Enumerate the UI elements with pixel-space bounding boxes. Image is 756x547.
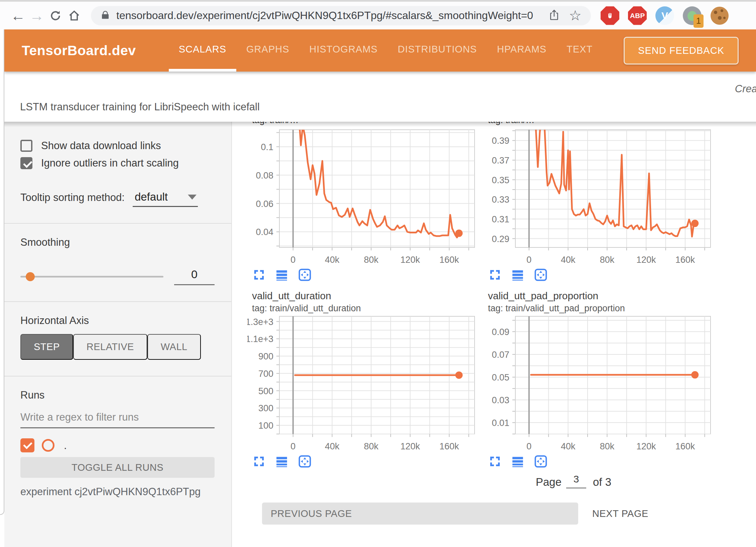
log-scale-icon[interactable] xyxy=(275,455,289,468)
show-download-links-row[interactable]: Show data download links xyxy=(20,140,215,152)
experiment-title: LSTM transducer training for LibriSpeech… xyxy=(20,101,260,113)
svg-text:900: 900 xyxy=(258,351,273,361)
svg-text:120k: 120k xyxy=(400,441,420,451)
horizontal-axis-label: Horizontal Axis xyxy=(20,315,215,327)
show-download-links-label: Show data download links xyxy=(41,140,161,152)
svg-text:0.39: 0.39 xyxy=(492,136,509,146)
bookmark-star-icon[interactable]: ☆ xyxy=(569,9,582,23)
page-number-input[interactable] xyxy=(566,473,586,488)
svg-text:80k: 80k xyxy=(600,255,615,265)
ignore-outliers-label: Ignore outliers in chart scaling xyxy=(41,157,179,169)
svg-text:160k: 160k xyxy=(439,255,459,265)
tooltip-sorting-dropdown[interactable]: default xyxy=(133,190,198,207)
svg-text:40k: 40k xyxy=(325,441,340,451)
page-label: Page xyxy=(536,476,561,488)
svg-text:0.01: 0.01 xyxy=(492,418,509,428)
log-scale-icon[interactable] xyxy=(275,268,289,282)
chart-toolbar xyxy=(253,455,479,468)
smoothing-slider-thumb[interactable] xyxy=(26,272,35,281)
home-icon[interactable] xyxy=(65,6,84,25)
scalar-line-chart[interactable]: 0.010.030.050.070.09040k80k120k160k xyxy=(483,314,715,454)
tab-histograms[interactable]: HISTOGRAMS xyxy=(299,29,388,72)
send-feedback-button[interactable]: SEND FEEDBACK xyxy=(624,37,739,65)
runs-filter[interactable] xyxy=(20,411,215,428)
v-extension-icon[interactable]: V xyxy=(654,5,675,26)
tab-graphs[interactable]: GRAPHS xyxy=(236,29,299,72)
back-icon[interactable]: ← xyxy=(9,6,27,25)
ignore-outliers-row[interactable]: Ignore outliers in chart scaling xyxy=(20,157,215,169)
scalar-chart-card: tag: train/…0.040.060.080.1040k80k120k16… xyxy=(247,122,479,282)
svg-text:1.3e+3: 1.3e+3 xyxy=(247,317,273,327)
chart-tag: tag: train/valid_utt_duration xyxy=(252,303,479,314)
forward-icon[interactable]: → xyxy=(27,6,46,25)
fit-domain-icon[interactable] xyxy=(534,455,547,468)
svg-text:0: 0 xyxy=(290,441,295,451)
share-icon[interactable] xyxy=(548,8,560,23)
expand-chart-icon[interactable] xyxy=(253,455,266,468)
expand-chart-icon[interactable] xyxy=(253,268,266,282)
svg-text:0.04: 0.04 xyxy=(256,227,273,237)
svg-text:300: 300 xyxy=(258,403,273,413)
tooltip-sorting-value: default xyxy=(135,191,168,203)
axis-option-wall[interactable]: WALL xyxy=(147,334,201,360)
runs-filter-input[interactable] xyxy=(20,411,215,423)
run-color-swatch xyxy=(42,439,54,452)
chart-toolbar xyxy=(253,268,479,282)
nav-tabs: SCALARSGRAPHSHISTOGRAMSDISTRIBUTIONSHPAR… xyxy=(169,29,603,72)
horizontal-axis-buttons: STEPRELATIVEWALL xyxy=(20,334,215,360)
smoothing-slider[interactable] xyxy=(20,276,163,278)
tab-distributions[interactable]: DISTRIBUTIONS xyxy=(388,29,487,72)
tab-hparams[interactable]: HPARAMS xyxy=(487,29,556,72)
tab-text[interactable]: TEXT xyxy=(556,29,603,72)
scalar-line-chart[interactable]: 0.040.060.080.1040k80k120k160k xyxy=(247,128,479,267)
log-scale-icon[interactable] xyxy=(511,455,525,468)
expand-chart-icon[interactable] xyxy=(489,455,502,468)
scalar-line-chart[interactable]: 1003005007009001.1e+31.3e+3040k80k120k16… xyxy=(247,314,479,454)
run-checkbox[interactable] xyxy=(20,438,34,452)
experiment-id-label: experiment cj2vtPiwQHKN9Q1tx6PTpg xyxy=(20,486,215,498)
previous-page-button[interactable]: PREVIOUS PAGE xyxy=(262,503,578,525)
chart-title: valid_utt_pad_proportion xyxy=(488,290,715,302)
chart-tag-clipped: tag: train/… xyxy=(252,122,479,128)
svg-text:0.06: 0.06 xyxy=(256,199,273,209)
address-bar[interactable]: tensorboard.dev/experiment/cj2vtPiwQHKN9… xyxy=(91,6,591,25)
axis-option-relative[interactable]: RELATIVE xyxy=(73,334,147,360)
run-list-item[interactable]: . xyxy=(20,438,215,452)
svg-text:160k: 160k xyxy=(675,255,695,265)
log-scale-icon[interactable] xyxy=(511,268,525,282)
chart-title: valid_utt_duration xyxy=(252,290,479,302)
scalar-line-chart[interactable]: 0.290.310.330.350.370.39040k80k120k160k xyxy=(483,128,715,267)
tooltip-sorting-label: Tooltip sorting method: xyxy=(20,192,125,207)
next-page-button[interactable]: NEXT PAGE xyxy=(592,508,648,519)
smoothing-value-input[interactable]: 0 xyxy=(174,268,215,285)
abp-extension-icon[interactable]: ABP xyxy=(627,5,648,26)
expand-chart-icon[interactable] xyxy=(489,268,502,282)
smoothing-label: Smoothing xyxy=(20,236,215,248)
url-text[interactable]: tensorboard.dev/experiment/cj2vtPiwQHKN9… xyxy=(116,9,533,22)
toggle-all-runs-button[interactable]: TOGGLE ALL RUNS xyxy=(20,457,215,478)
fit-domain-icon[interactable] xyxy=(534,268,547,282)
fit-domain-icon[interactable] xyxy=(298,268,311,282)
ignore-outliers-checkbox[interactable] xyxy=(20,157,32,169)
page-nav-buttons: PREVIOUS PAGE NEXT PAGE xyxy=(247,503,756,525)
fit-domain-icon[interactable] xyxy=(298,455,311,468)
show-download-links-checkbox[interactable] xyxy=(20,140,32,152)
cookie-extension-icon[interactable] xyxy=(709,5,730,26)
svg-text:0: 0 xyxy=(526,441,531,451)
avatar-badge: 1 xyxy=(694,14,704,28)
stop-hand-extension-icon[interactable] xyxy=(600,5,620,26)
svg-text:120k: 120k xyxy=(636,441,656,451)
axis-option-step[interactable]: STEP xyxy=(20,334,73,360)
scalars-dashboard: tag: train/…0.040.060.080.1040k80k120k16… xyxy=(232,122,756,547)
pagination: Page of 3 xyxy=(247,473,756,488)
tab-scalars[interactable]: SCALARS xyxy=(169,29,236,72)
svg-text:0.05: 0.05 xyxy=(492,372,509,382)
svg-text:160k: 160k xyxy=(439,441,459,451)
page-of-label: of 3 xyxy=(593,476,611,488)
svg-text:0.1: 0.1 xyxy=(261,142,273,152)
refresh-icon[interactable] xyxy=(46,6,65,25)
runs-label: Runs xyxy=(20,389,215,401)
svg-text:0.08: 0.08 xyxy=(256,171,273,181)
profile-avatar[interactable]: 1 xyxy=(682,5,703,26)
scalar-chart-card: valid_utt_pad_proportiontag: train/valid… xyxy=(483,282,715,468)
